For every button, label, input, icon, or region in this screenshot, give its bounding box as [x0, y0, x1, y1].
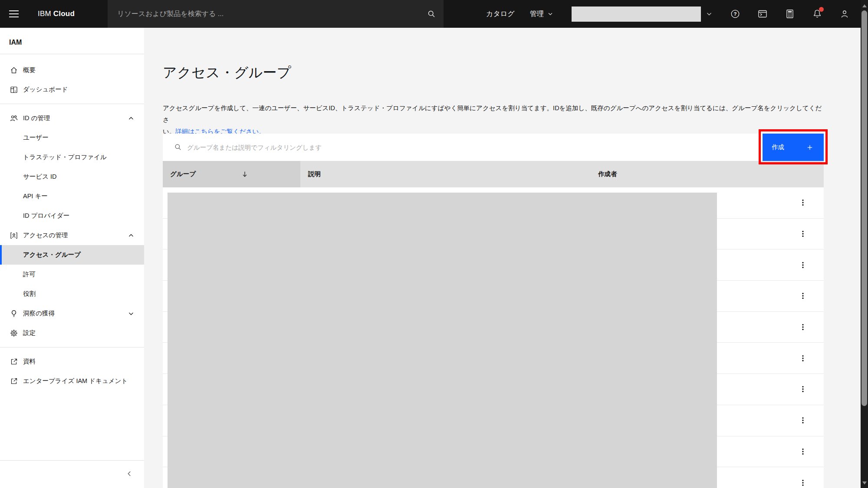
table-toolbar: 作成	[163, 134, 824, 161]
sidebar-item-label: トラステッド・プロファイル	[23, 153, 107, 161]
sidebar-item-label: ID の管理	[23, 114, 50, 122]
sidebar-item-アクセス・グループ[interactable]: アクセス・グループ	[0, 245, 144, 265]
sort-descending-icon	[241, 170, 249, 178]
ibm-cloud-console: IBM Cloud カタログ 管理 ? IAM 概	[0, 0, 868, 488]
sidebar-item-役割[interactable]: 役割	[0, 284, 144, 304]
help-icon: ?	[730, 9, 740, 19]
sidebar-item-サービス-ID[interactable]: サービス ID	[0, 167, 144, 187]
chevron-up-icon	[128, 232, 135, 239]
page-title: アクセス・グループ	[163, 63, 291, 82]
sidebar-item-ダッシュボード[interactable]: ダッシュボード	[0, 80, 144, 99]
sidebar-item-許可[interactable]: 許可	[0, 265, 144, 284]
sidebar-item-エンタープライズ-IAM-ドキュメント[interactable]: エンタープライズ IAM ドキュメント	[0, 371, 144, 391]
kebab-icon	[799, 323, 807, 331]
notification-badge-dot	[819, 7, 824, 12]
column-header-group[interactable]: グループ	[163, 161, 300, 187]
row-overflow-menu-button[interactable]	[794, 474, 812, 488]
sidebar-item-ユーザー[interactable]: ユーザー	[0, 128, 144, 147]
sidebar-item-洞察の獲得[interactable]: 洞察の獲得	[0, 304, 144, 323]
logo-ibm: IBM	[38, 10, 51, 18]
chevron-down-icon	[128, 310, 135, 317]
scrollbar-thumb[interactable]	[861, 10, 867, 406]
kebab-icon	[799, 416, 807, 425]
filter-input[interactable]	[187, 134, 751, 161]
sidebar-item-label: エンタープライズ IAM ドキュメント	[23, 377, 128, 385]
sidebar-section-divider	[0, 347, 144, 347]
home-icon	[10, 66, 18, 75]
row-overflow-menu-button[interactable]	[794, 350, 812, 367]
row-overflow-menu-button[interactable]	[794, 443, 812, 460]
header-search-input[interactable]	[117, 10, 427, 18]
row-overflow-menu-button[interactable]	[794, 412, 812, 429]
cloud-shell-button[interactable]	[752, 3, 773, 24]
avatar-button[interactable]	[834, 3, 855, 24]
column-header-creator[interactable]: 作成者	[590, 161, 824, 187]
launch-icon	[10, 357, 18, 366]
sidebar-item-label: 役割	[23, 290, 36, 298]
sidebar-item-label: サービス ID	[23, 173, 57, 181]
nav-manage[interactable]: 管理	[530, 0, 553, 28]
sidebar-item-label: アクセスの管理	[23, 231, 68, 239]
scrollbar-down-arrow[interactable]	[861, 479, 868, 486]
sidebar-item-label: ID プロバイダー	[23, 212, 69, 220]
search-icon[interactable]	[427, 10, 436, 18]
sidebar-collapse-button[interactable]	[121, 465, 138, 482]
sidebar-item-資料[interactable]: 資料	[0, 352, 144, 371]
kebab-icon	[799, 229, 807, 238]
logo-cloud: Cloud	[53, 10, 75, 18]
row-overflow-menu-button[interactable]	[794, 380, 812, 398]
filter-search-icon	[174, 143, 182, 151]
gear-icon	[10, 329, 18, 337]
help-button[interactable]: ?	[725, 3, 746, 24]
row-overflow-menu-button[interactable]	[794, 225, 812, 242]
table-content-redaction	[168, 193, 717, 488]
nav-catalog[interactable]: カタログ	[486, 0, 515, 28]
row-overflow-menu-button[interactable]	[794, 318, 812, 336]
hamburger-menu-button[interactable]	[0, 0, 28, 28]
sidebar-item-API-キー[interactable]: API キー	[0, 187, 144, 206]
ibm-cloud-logo[interactable]: IBM Cloud	[38, 0, 75, 28]
account-selector-redacted[interactable]	[572, 7, 701, 22]
sidebar-item-設定[interactable]: 設定	[0, 323, 144, 343]
plus-icon	[806, 144, 813, 151]
sidebar-nav-list: 概要ダッシュボードID の管理ユーザートラステッド・プロファイルサービス IDA…	[0, 60, 144, 391]
sidebar-item-ID-の管理[interactable]: ID の管理	[0, 108, 144, 128]
sidebar-collapse-bar	[0, 460, 144, 488]
page-description: アクセスグループを作成して、一連のユーザー、サービスID、トラステッド・プロファ…	[163, 102, 822, 138]
lightbulb-icon	[10, 309, 18, 318]
people-icon	[10, 114, 18, 123]
header-action-icons: ?	[725, 3, 855, 24]
scrollbar-up-arrow[interactable]	[861, 2, 868, 9]
notifications-button[interactable]	[807, 3, 828, 24]
sidebar-item-ID-プロバイダー[interactable]: ID プロバイダー	[0, 206, 144, 226]
sidebar-item-トラステッド・プロファイル[interactable]: トラステッド・プロファイル	[0, 147, 144, 167]
row-overflow-menu-button[interactable]	[794, 287, 812, 305]
chevron-up-icon	[128, 115, 135, 122]
sidebar-item-label: ユーザー	[23, 134, 49, 142]
avatar-icon	[839, 9, 850, 19]
sidebar-item-label: 設定	[23, 329, 36, 337]
cost-estimator-button[interactable]	[779, 3, 800, 24]
access-management-icon	[10, 231, 18, 240]
account-chevron-down-icon[interactable]	[704, 9, 714, 19]
sidebar-section-divider	[0, 104, 144, 104]
page-scrollbar[interactable]	[861, 0, 868, 488]
sidebar-item-概要[interactable]: 概要	[0, 60, 144, 80]
svg-text:?: ?	[733, 11, 736, 16]
row-overflow-menu-button[interactable]	[794, 194, 812, 211]
row-overflow-menu-button[interactable]	[794, 256, 812, 274]
sidebar-item-label: アクセス・グループ	[23, 251, 81, 259]
sidebar-item-label: 許可	[23, 270, 36, 278]
column-header-description[interactable]: 説明	[300, 161, 590, 187]
launch-icon	[10, 377, 18, 386]
kebab-icon	[799, 385, 807, 393]
create-button[interactable]: 作成	[763, 134, 824, 161]
sidebar-item-label: ダッシュボード	[23, 85, 68, 94]
sidebar-item-label: API キー	[23, 192, 48, 200]
iam-sidebar: IAM 概要ダッシュボードID の管理ユーザートラステッド・プロファイルサービス…	[0, 28, 144, 488]
kebab-icon	[799, 261, 807, 269]
kebab-icon	[799, 291, 807, 300]
sidebar-item-アクセスの管理[interactable]: アクセスの管理	[0, 226, 144, 245]
cloud-shell-icon	[757, 9, 768, 19]
top-header: IBM Cloud カタログ 管理 ?	[0, 0, 868, 28]
